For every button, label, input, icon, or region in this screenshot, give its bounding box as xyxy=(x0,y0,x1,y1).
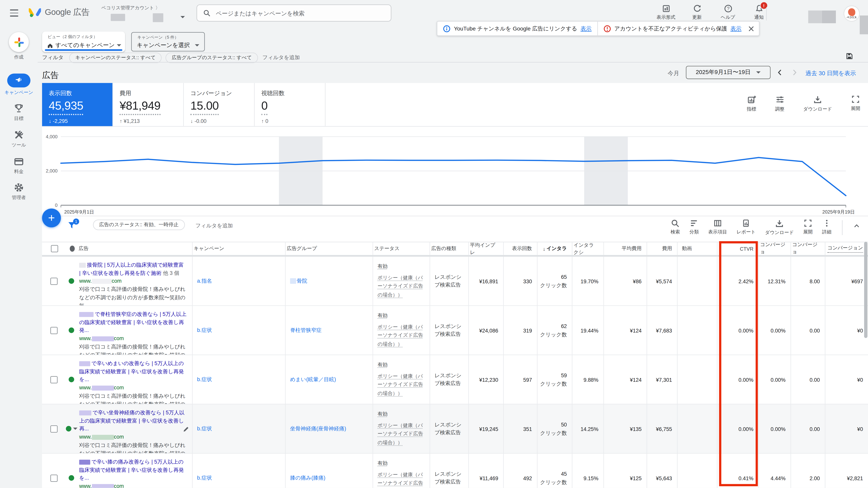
close-icon[interactable] xyxy=(747,25,759,32)
scrollbar[interactable] xyxy=(864,242,867,338)
topbar-action-1[interactable]: 更新 xyxy=(687,4,707,21)
table-row-2[interactable]: で脊柱管狭窄症の改善なら | 5万人以上の臨床実績で経験豊富 | 辛い症状を改善… xyxy=(42,306,868,355)
column-header-コンバージョン[interactable]: コンバージョン xyxy=(826,242,868,255)
column-header-平均費用[interactable]: 平均費用 xyxy=(604,242,647,255)
campaign-selector[interactable]: キャンペーン（5 件） キャンペーンを選択 xyxy=(131,32,205,52)
ad-status-filter-chip[interactable]: 広告のステータス:: 有効、一時停止 xyxy=(93,220,185,230)
avatar[interactable]: ペコリス xyxy=(844,6,859,21)
column-header-インタラ[interactable]: ↓インタラ xyxy=(537,242,572,255)
date-range-selector[interactable]: 2025年9月1日〜19日 xyxy=(686,66,770,79)
table-action-展開[interactable]: 展開 xyxy=(803,219,813,236)
save-view-icon[interactable] xyxy=(846,53,853,60)
filter-chip[interactable]: キャンペーンのステータス:: すべて xyxy=(69,52,162,63)
menu-icon[interactable] xyxy=(10,9,18,17)
search-bar[interactable] xyxy=(196,4,392,22)
table-row-5[interactable]: で辛い膝の痛み改善なら | 5万人以上の臨床実績で経験豊富 | 辛い症状を改善し… xyxy=(42,454,868,488)
row-checkbox[interactable] xyxy=(50,376,57,383)
sidebar-item-料金[interactable]: 料金 xyxy=(0,156,38,174)
scorecard-コンバージョン[interactable]: コンバージョン15.00↓ -0.00 xyxy=(184,83,254,126)
ad-group-cell[interactable]: 坐骨神経痛(座骨神経痛) xyxy=(286,404,373,453)
home-icon xyxy=(47,42,53,48)
column-header-動画[interactable]: 動画 xyxy=(678,242,717,255)
notifications-button[interactable]: 通知! xyxy=(749,4,769,21)
table-action-表示項目[interactable]: 表示項目 xyxy=(708,219,727,236)
scorecard-費用[interactable]: 費用¥81,949↑ ¥1,213 xyxy=(113,83,184,126)
status-caret-icon[interactable] xyxy=(73,428,77,430)
google-ads-logo[interactable]: Google 広告 xyxy=(29,7,90,18)
banner-show-link[interactable]: 表示 xyxy=(581,25,592,32)
ad-group-cell[interactable]: めまい(眩暈／目眩) xyxy=(286,355,373,404)
add-filter-button[interactable]: フィルタを追加 xyxy=(262,54,300,61)
column-header-インタラクシ[interactable]: インタラクシ xyxy=(572,242,604,255)
campaign-cell[interactable]: b.症状 xyxy=(192,306,286,355)
ad-headline[interactable]: で辛い膝の痛み改善なら | 5万人以上の臨床実績で経験豊富 | 辛い症状を改善し… xyxy=(79,458,186,483)
column-header-広告[interactable]: 広告 xyxy=(78,242,192,255)
ad-headline[interactable]: で辛い坐骨神経痛の改善なら | 5万人以上の臨床実績で経験豊富 | 辛い症状を改… xyxy=(79,409,186,433)
filter-funnel-icon[interactable]: 1 xyxy=(67,221,76,230)
sidebar-item-管理者[interactable]: 管理者 xyxy=(0,183,38,201)
scorecard-表示回数[interactable]: 表示回数45,935↓ -2,295 xyxy=(42,83,113,126)
campaign-cell[interactable]: b.症状 xyxy=(192,355,286,404)
collapse-table-icon[interactable] xyxy=(853,222,860,230)
scorecard-視聴回数[interactable]: 視聴回数0↑ 0 xyxy=(255,83,326,126)
add-ad-button[interactable]: + xyxy=(42,209,61,227)
sidebar-item-ツール[interactable]: ツール xyxy=(0,130,38,148)
edit-pencil-icon[interactable] xyxy=(183,426,189,432)
chevron-left-icon[interactable] xyxy=(776,69,784,76)
filter-chip[interactable]: 広告グループのステータス:: すべて xyxy=(165,52,258,63)
ad-group-cell[interactable]: 脊柱管狭窄症 xyxy=(286,306,373,355)
column-header-CTVR[interactable]: CTVR xyxy=(717,242,759,255)
redacted-text xyxy=(79,312,94,317)
table-action-詳細[interactable]: 詳細 xyxy=(822,219,832,236)
column-header-平均インプレ[interactable]: 平均インプレ xyxy=(469,242,504,255)
account-breadcrumb[interactable]: ペコリス管理アカウント 〉 xyxy=(101,5,190,11)
ad-headline[interactable]: で辛いめまいの改善なら | 5万人以上の臨床実績で経験豊富 | 辛い症状を改善し… xyxy=(79,360,186,384)
table-row-4[interactable]: で辛い坐骨神経痛の改善なら | 5万人以上の臨床実績で経験豊富 | 辛い症状を改… xyxy=(42,404,868,454)
column-header-キャンペーン[interactable]: キャンペーン xyxy=(192,242,286,255)
table-action-ダウンロード[interactable]: ダウンロード xyxy=(765,219,794,236)
column-header-コンバージョ[interactable]: コンバージョ xyxy=(791,242,826,255)
select-all-checkbox[interactable] xyxy=(51,245,58,252)
row-checkbox[interactable] xyxy=(50,327,57,334)
table-row-3[interactable]: で辛いめまいの改善なら | 5万人以上の臨床実績で経験豊富 | 辛い症状を改善し… xyxy=(42,355,868,404)
score-action-指標[interactable]: 指標 xyxy=(747,95,756,113)
topbar-action-2[interactable]: ?ヘルプ xyxy=(718,4,738,21)
show-last-30-days-link[interactable]: 過去 30 日間を表示 xyxy=(805,70,856,77)
topbar-action-0[interactable]: 表示形式 xyxy=(656,4,676,21)
ad-headline[interactable]: で脊柱管狭窄症の改善なら | 5万人以上の臨床実績で経験豊富 | 辛い症状を改善… xyxy=(79,311,186,335)
search-input[interactable] xyxy=(215,9,383,17)
topbar-action-label: 通知 xyxy=(754,14,764,21)
sidebar-item-キャンペーン[interactable]: キャンペーン xyxy=(0,73,38,95)
column-header-広告の種類[interactable]: 広告の種類 xyxy=(430,242,469,255)
add-filter-button[interactable]: フィルタを追加 xyxy=(195,222,233,230)
metric-cell: ¥7,683 xyxy=(647,306,678,355)
table-row-1[interactable]: 接骨院 | 5万人以上の臨床実績で経験豊富 | 辛い症状を改善し再発を防ぐ施術 … xyxy=(42,257,868,306)
ad-group-cell[interactable]: 骨院 xyxy=(286,257,373,305)
score-action-展開[interactable]: 展開 xyxy=(851,95,860,113)
row-checkbox[interactable] xyxy=(50,425,57,432)
chevron-right-icon[interactable] xyxy=(790,69,798,76)
create-button[interactable] xyxy=(9,32,29,52)
table-action-分類[interactable]: 分類 xyxy=(689,219,699,236)
ad-headline[interactable]: 接骨院 | 5万人以上の臨床実績で経験豊富 | 辛い症状を改善し再発を防ぐ施術 … xyxy=(79,261,186,278)
column-header-費用[interactable]: 費用 xyxy=(647,242,678,255)
row-checkbox[interactable] xyxy=(50,278,57,285)
campaign-cell[interactable]: b.症状 xyxy=(192,404,286,453)
column-header-コンバージョ[interactable]: コンバージョ xyxy=(759,242,791,255)
column-header-ステータス[interactable]: ステータス xyxy=(373,242,430,255)
sidebar-item-目標[interactable]: 目標 xyxy=(0,103,38,122)
row-checkbox[interactable] xyxy=(50,474,57,482)
status-cell: 有効ポリシー（健康（パーソナライズド広告の場合）） xyxy=(373,454,430,488)
column-header-表示回数[interactable]: 表示回数 xyxy=(504,242,537,255)
table-action-検索[interactable]: 検索 xyxy=(671,219,680,236)
sidebar-item-作成[interactable]: 作成 xyxy=(0,32,38,60)
banner-show-link[interactable]: 表示 xyxy=(731,25,742,32)
table-action-レポート[interactable]: レポート xyxy=(737,219,755,236)
column-header-広告グループ[interactable]: 広告グループ xyxy=(286,242,373,255)
campaign-cell[interactable]: b.症状 xyxy=(192,454,286,488)
view-selector[interactable]: ビュー（2 個のフィルタ） すべてのキャンペーン xyxy=(42,31,125,52)
score-action-調整[interactable]: 調整 xyxy=(775,95,784,113)
campaign-cell[interactable]: a.指名 xyxy=(192,257,286,305)
ad-group-cell[interactable]: 膝の痛み(膝痛) xyxy=(286,454,373,488)
score-action-ダウンロード[interactable]: ダウンロード xyxy=(803,95,832,113)
